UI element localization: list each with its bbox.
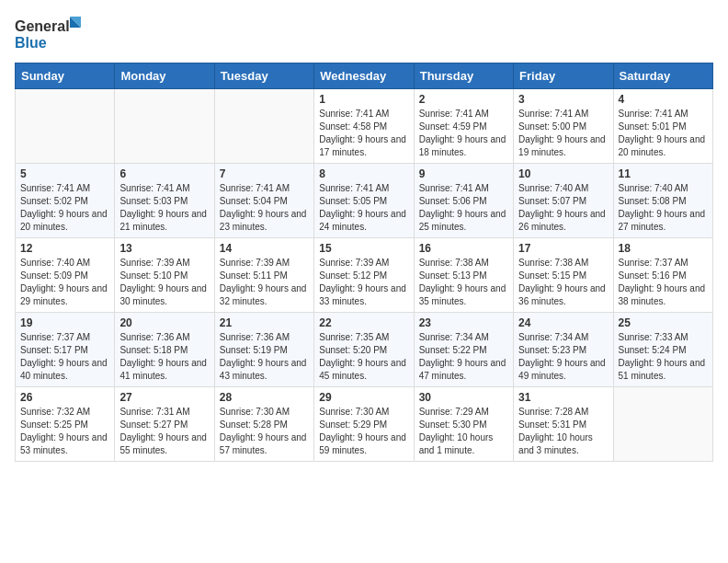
day-number: 3 — [518, 93, 608, 106]
calendar-cell: 19Sunrise: 7:37 AMSunset: 5:17 PMDayligh… — [16, 313, 115, 387]
day-info: Sunrise: 7:32 AMSunset: 5:25 PMDaylight:… — [20, 406, 109, 457]
day-info: Sunrise: 7:30 AMSunset: 5:29 PMDaylight:… — [319, 406, 408, 457]
day-info: Sunrise: 7:37 AMSunset: 5:17 PMDaylight:… — [20, 331, 109, 383]
logo-icon: GeneralBlue — [15, 15, 88, 52]
day-number: 21 — [220, 316, 309, 329]
day-number: 2 — [419, 93, 508, 106]
day-number: 10 — [518, 167, 608, 180]
day-number: 24 — [518, 316, 608, 329]
day-info: Sunrise: 7:40 AMSunset: 5:08 PMDaylight:… — [619, 182, 708, 234]
day-number: 11 — [619, 167, 708, 180]
calendar-cell: 7Sunrise: 7:41 AMSunset: 5:04 PMDaylight… — [214, 164, 313, 238]
svg-text:Blue: Blue — [15, 35, 47, 51]
calendar-cell: 13Sunrise: 7:39 AMSunset: 5:10 PMDayligh… — [115, 238, 214, 313]
calendar-cell: 27Sunrise: 7:31 AMSunset: 5:27 PMDayligh… — [115, 387, 214, 462]
calendar-cell: 14Sunrise: 7:39 AMSunset: 5:11 PMDayligh… — [214, 238, 313, 313]
day-info: Sunrise: 7:28 AMSunset: 5:31 PMDaylight:… — [518, 406, 608, 457]
day-info: Sunrise: 7:29 AMSunset: 5:30 PMDaylight:… — [419, 406, 508, 457]
day-info: Sunrise: 7:41 AMSunset: 5:03 PMDaylight:… — [119, 182, 209, 234]
calendar-cell: 31Sunrise: 7:28 AMSunset: 5:31 PMDayligh… — [514, 387, 613, 462]
weekday-header-wednesday: Wednesday — [314, 63, 414, 89]
day-info: Sunrise: 7:33 AMSunset: 5:24 PMDaylight:… — [619, 331, 708, 383]
day-info: Sunrise: 7:41 AMSunset: 5:06 PMDaylight:… — [419, 182, 508, 234]
calendar-week-3: 12Sunrise: 7:40 AMSunset: 5:09 PMDayligh… — [16, 238, 713, 313]
day-number: 12 — [20, 242, 109, 255]
calendar-cell: 18Sunrise: 7:37 AMSunset: 5:16 PMDayligh… — [613, 238, 712, 313]
day-number: 15 — [319, 242, 408, 255]
calendar-cell: 23Sunrise: 7:34 AMSunset: 5:22 PMDayligh… — [414, 313, 513, 387]
calendar-cell: 20Sunrise: 7:36 AMSunset: 5:18 PMDayligh… — [115, 313, 214, 387]
day-number: 28 — [220, 391, 309, 404]
day-info: Sunrise: 7:38 AMSunset: 5:13 PMDaylight:… — [419, 257, 508, 308]
day-number: 22 — [319, 316, 408, 329]
day-info: Sunrise: 7:35 AMSunset: 5:20 PMDaylight:… — [319, 331, 408, 383]
calendar-cell — [16, 89, 115, 164]
calendar-cell: 21Sunrise: 7:36 AMSunset: 5:19 PMDayligh… — [214, 313, 313, 387]
calendar-cell: 5Sunrise: 7:41 AMSunset: 5:02 PMDaylight… — [16, 164, 115, 238]
calendar-cell: 25Sunrise: 7:33 AMSunset: 5:24 PMDayligh… — [613, 313, 712, 387]
calendar-cell: 24Sunrise: 7:34 AMSunset: 5:23 PMDayligh… — [514, 313, 613, 387]
day-number: 13 — [119, 242, 209, 255]
day-info: Sunrise: 7:41 AMSunset: 5:01 PMDaylight:… — [619, 108, 708, 159]
weekday-header-friday: Friday — [514, 63, 613, 89]
day-info: Sunrise: 7:30 AMSunset: 5:28 PMDaylight:… — [220, 406, 309, 457]
day-number: 25 — [619, 316, 708, 329]
day-info: Sunrise: 7:36 AMSunset: 5:19 PMDaylight:… — [220, 331, 309, 383]
calendar-cell: 22Sunrise: 7:35 AMSunset: 5:20 PMDayligh… — [314, 313, 414, 387]
day-number: 6 — [119, 167, 209, 180]
day-number: 29 — [319, 391, 408, 404]
weekday-header-tuesday: Tuesday — [214, 63, 313, 89]
day-info: Sunrise: 7:31 AMSunset: 5:27 PMDaylight:… — [119, 406, 209, 457]
day-info: Sunrise: 7:41 AMSunset: 5:00 PMDaylight:… — [518, 108, 608, 159]
calendar-cell: 1Sunrise: 7:41 AMSunset: 4:58 PMDaylight… — [314, 89, 414, 164]
day-info: Sunrise: 7:34 AMSunset: 5:23 PMDaylight:… — [518, 331, 608, 383]
calendar-cell — [115, 89, 214, 164]
day-number: 9 — [419, 167, 508, 180]
calendar-cell: 3Sunrise: 7:41 AMSunset: 5:00 PMDaylight… — [514, 89, 613, 164]
day-info: Sunrise: 7:36 AMSunset: 5:18 PMDaylight:… — [119, 331, 209, 383]
day-number: 4 — [619, 93, 708, 106]
calendar-cell: 15Sunrise: 7:39 AMSunset: 5:12 PMDayligh… — [314, 238, 414, 313]
calendar-cell: 6Sunrise: 7:41 AMSunset: 5:03 PMDaylight… — [115, 164, 214, 238]
calendar-cell: 17Sunrise: 7:38 AMSunset: 5:15 PMDayligh… — [514, 238, 613, 313]
calendar-week-5: 26Sunrise: 7:32 AMSunset: 5:25 PMDayligh… — [16, 387, 713, 462]
day-number: 30 — [419, 391, 508, 404]
page: GeneralBlue SundayMondayTuesdayWednesday… — [0, 0, 728, 477]
logo: GeneralBlue — [15, 15, 88, 52]
day-number: 18 — [619, 242, 708, 255]
day-info: Sunrise: 7:38 AMSunset: 5:15 PMDaylight:… — [518, 257, 608, 308]
day-info: Sunrise: 7:37 AMSunset: 5:16 PMDaylight:… — [619, 257, 708, 308]
calendar-table: SundayMondayTuesdayWednesdayThursdayFrid… — [15, 63, 713, 462]
day-info: Sunrise: 7:39 AMSunset: 5:12 PMDaylight:… — [319, 257, 408, 308]
day-info: Sunrise: 7:41 AMSunset: 5:04 PMDaylight:… — [220, 182, 309, 234]
calendar-cell: 9Sunrise: 7:41 AMSunset: 5:06 PMDaylight… — [414, 164, 513, 238]
calendar-cell — [214, 89, 313, 164]
day-number: 31 — [518, 391, 608, 404]
day-number: 23 — [419, 316, 508, 329]
day-number: 26 — [20, 391, 109, 404]
day-number: 16 — [419, 242, 508, 255]
calendar-week-1: 1Sunrise: 7:41 AMSunset: 4:58 PMDaylight… — [16, 89, 713, 164]
calendar-cell — [613, 387, 712, 462]
day-info: Sunrise: 7:40 AMSunset: 5:09 PMDaylight:… — [20, 257, 109, 308]
calendar-cell: 30Sunrise: 7:29 AMSunset: 5:30 PMDayligh… — [414, 387, 513, 462]
calendar-week-2: 5Sunrise: 7:41 AMSunset: 5:02 PMDaylight… — [16, 164, 713, 238]
calendar-cell: 11Sunrise: 7:40 AMSunset: 5:08 PMDayligh… — [613, 164, 712, 238]
calendar-cell: 16Sunrise: 7:38 AMSunset: 5:13 PMDayligh… — [414, 238, 513, 313]
calendar-cell: 29Sunrise: 7:30 AMSunset: 5:29 PMDayligh… — [314, 387, 414, 462]
day-info: Sunrise: 7:41 AMSunset: 5:02 PMDaylight:… — [20, 182, 109, 234]
calendar-cell: 12Sunrise: 7:40 AMSunset: 5:09 PMDayligh… — [16, 238, 115, 313]
day-info: Sunrise: 7:41 AMSunset: 4:59 PMDaylight:… — [419, 108, 508, 159]
day-number: 1 — [319, 93, 408, 106]
weekday-header-saturday: Saturday — [613, 63, 712, 89]
day-number: 17 — [518, 242, 608, 255]
day-info: Sunrise: 7:41 AMSunset: 5:05 PMDaylight:… — [319, 182, 408, 234]
day-info: Sunrise: 7:41 AMSunset: 4:58 PMDaylight:… — [319, 108, 408, 159]
day-number: 19 — [20, 316, 109, 329]
day-number: 20 — [119, 316, 209, 329]
day-number: 5 — [20, 167, 109, 180]
weekday-header-sunday: Sunday — [16, 63, 115, 89]
calendar-cell: 26Sunrise: 7:32 AMSunset: 5:25 PMDayligh… — [16, 387, 115, 462]
weekday-header-row: SundayMondayTuesdayWednesdayThursdayFrid… — [16, 63, 713, 89]
calendar-cell: 8Sunrise: 7:41 AMSunset: 5:05 PMDaylight… — [314, 164, 414, 238]
